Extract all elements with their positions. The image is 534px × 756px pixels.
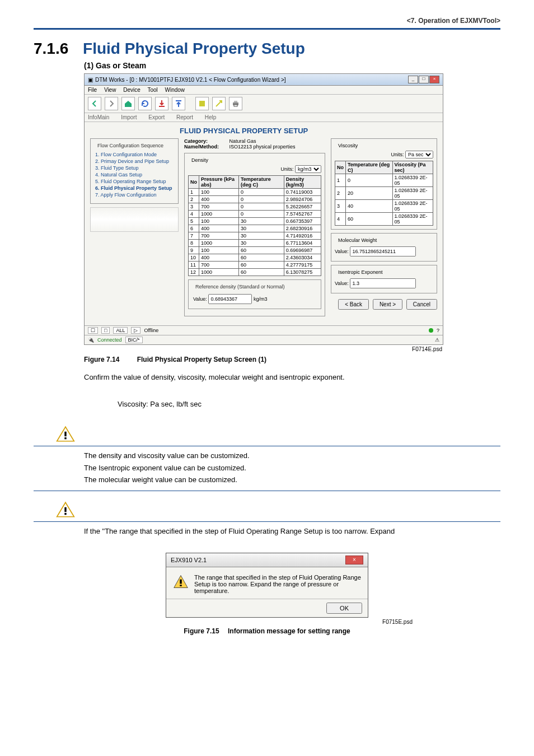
back-button[interactable]: < Back (338, 299, 369, 310)
table-cell[interactable]: 6.13078275 (284, 269, 321, 276)
table-cell[interactable]: 2.98924706 (284, 196, 321, 203)
table-cell[interactable]: 2 (189, 196, 199, 203)
home-icon[interactable] (121, 97, 135, 110)
table-cell[interactable]: 4.27779175 (284, 262, 321, 269)
molweight-input[interactable] (350, 246, 416, 256)
menu-file[interactable]: File (88, 87, 97, 93)
step-7[interactable]: 7. Apply Flow Configuration (95, 192, 175, 198)
table-cell[interactable]: 700 (199, 203, 239, 211)
table-cell[interactable]: 60 (346, 213, 393, 226)
step-6[interactable]: 6. Fluid Physical Property Setup (95, 185, 175, 191)
table-cell[interactable]: 1.0268339 2E-05 (392, 213, 433, 226)
table-cell[interactable]: 2.68230916 (284, 225, 321, 232)
density-units-select[interactable]: kg/m3 (295, 165, 321, 173)
tab-infomain[interactable]: InfoMain (88, 114, 109, 120)
table-cell[interactable]: 1000 (199, 211, 239, 218)
table-cell[interactable]: 3 (335, 200, 346, 213)
table-cell[interactable]: 5 (189, 218, 199, 225)
table-cell[interactable]: 100 (199, 247, 239, 254)
close-button[interactable]: × (429, 76, 439, 83)
table-cell[interactable]: 1.0268339 2E-05 (392, 174, 433, 187)
cancel-button[interactable]: Cancel (406, 299, 437, 310)
table-cell[interactable]: 7.57452767 (284, 211, 321, 218)
menu-view[interactable]: View (104, 87, 116, 93)
tool1-icon[interactable] (195, 97, 209, 110)
table-cell[interactable]: 700 (199, 232, 239, 240)
viscosity-units-select[interactable]: Pa sec (405, 151, 433, 158)
table-cell[interactable]: 10 (189, 254, 199, 262)
table-cell[interactable]: 6.77113604 (284, 240, 321, 247)
tab-report[interactable]: Report (176, 114, 193, 120)
tab-import[interactable]: Import (121, 114, 137, 120)
table-cell[interactable]: 1.0268339 2E-05 (392, 200, 433, 213)
step-5[interactable]: 5. Fluid Operating Range Setup (95, 179, 175, 184)
table-cell[interactable]: 60 (238, 247, 284, 254)
table-cell[interactable]: 400 (199, 196, 239, 203)
table-cell[interactable]: 30 (238, 232, 284, 240)
next-button[interactable]: Next > (373, 299, 402, 310)
table-cell[interactable]: 60 (238, 262, 284, 269)
table-cell[interactable]: 2.43603034 (284, 254, 321, 262)
table-cell[interactable]: 4 (189, 211, 199, 218)
step-3[interactable]: 3. Fluid Type Setup (95, 165, 175, 171)
table-cell[interactable]: 4 (335, 213, 346, 226)
table-cell[interactable]: 100 (199, 218, 239, 225)
table-cell[interactable]: 1.0268339 2E-05 (392, 187, 433, 200)
minimize-button[interactable]: _ (408, 76, 418, 83)
table-cell[interactable]: 4.71492016 (284, 232, 321, 240)
dialog-close-button[interactable]: × (345, 556, 363, 564)
menu-device[interactable]: Device (123, 87, 140, 93)
download-icon[interactable] (155, 97, 168, 110)
dialog-ok-button[interactable]: OK (326, 603, 362, 614)
table-cell[interactable]: 400 (199, 254, 239, 262)
table-cell[interactable]: 1 (189, 189, 199, 196)
table-cell[interactable]: 0 (238, 203, 284, 211)
tab-help[interactable]: Help (205, 114, 217, 120)
table-cell[interactable]: 30 (238, 240, 284, 247)
table-cell[interactable]: 1 (335, 174, 346, 187)
menu-tool[interactable]: Tool (147, 87, 157, 93)
step-4[interactable]: 4. Natural Gas Setup (95, 172, 175, 178)
table-cell[interactable]: 60 (238, 269, 284, 276)
step-2[interactable]: 2. Primay Device and Pipe Setup (95, 158, 175, 164)
table-cell[interactable]: 0 (238, 196, 284, 203)
back-icon[interactable] (88, 97, 101, 110)
print-icon[interactable] (229, 97, 242, 110)
maximize-button[interactable]: □ (419, 76, 429, 83)
forward-icon[interactable] (105, 97, 118, 110)
table-cell[interactable]: 20 (346, 187, 393, 200)
table-cell[interactable]: 0 (346, 174, 393, 187)
table-cell[interactable]: 9 (189, 247, 199, 254)
table-cell[interactable]: 3 (189, 203, 199, 211)
table-cell[interactable]: 7 (189, 232, 199, 240)
table-cell[interactable]: 30 (238, 225, 284, 232)
tab-export[interactable]: Export (148, 114, 165, 120)
table-cell[interactable]: 12 (189, 269, 199, 276)
table-cell[interactable]: 0.69696987 (284, 247, 321, 254)
table-cell[interactable]: 1000 (199, 240, 239, 247)
table-cell[interactable]: 8 (189, 240, 199, 247)
table-cell[interactable]: 60 (238, 254, 284, 262)
tool2-icon[interactable] (212, 97, 226, 110)
table-cell[interactable]: 40 (346, 200, 393, 213)
menu-window[interactable]: Window (165, 87, 185, 93)
step-1[interactable]: 1. Flow Configuration Mode (95, 152, 175, 157)
isentropic-input[interactable] (350, 278, 416, 288)
status-help-icon[interactable]: ? (437, 328, 439, 333)
table-cell[interactable]: 0 (238, 211, 284, 218)
table-cell[interactable]: 0 (238, 189, 284, 196)
table-cell[interactable]: 6 (189, 225, 199, 232)
table-cell[interactable]: 100 (199, 189, 239, 196)
table-cell[interactable]: 0.74119003 (284, 189, 321, 196)
table-cell[interactable]: 0.66735397 (284, 218, 321, 225)
table-cell[interactable]: 1000 (199, 269, 239, 276)
upload-icon[interactable] (172, 97, 185, 110)
table-cell[interactable]: 2 (335, 187, 346, 200)
table-cell[interactable]: 11 (189, 262, 199, 269)
table-cell[interactable]: 700 (199, 262, 239, 269)
refdensity-input[interactable] (208, 294, 252, 304)
refresh-icon[interactable] (138, 97, 152, 110)
table-cell[interactable]: 400 (199, 225, 239, 232)
table-cell[interactable]: 5.26226657 (284, 203, 321, 211)
table-cell[interactable]: 30 (238, 218, 284, 225)
